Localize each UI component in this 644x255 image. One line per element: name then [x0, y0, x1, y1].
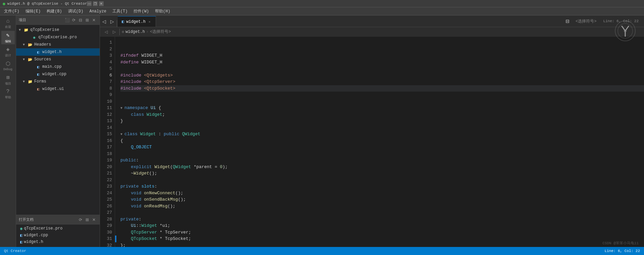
- code-line: Ui::Widget *ui;: [120, 222, 644, 229]
- sync-button[interactable]: ⟳: [71, 17, 77, 23]
- open-docs-close[interactable]: ✕: [91, 217, 97, 223]
- code-token: Widget: [154, 164, 170, 169]
- sidebar-item-help[interactable]: ? 帮助: [1, 87, 15, 101]
- help-icon: ?: [6, 89, 10, 95]
- close-panel-button[interactable]: ✕: [91, 17, 97, 23]
- breadcrumb-symbol[interactable]: <选择符号>: [150, 29, 171, 35]
- tree-item-widget-ui[interactable]: ◧ widget.ui: [16, 85, 100, 93]
- code-line: private:: [120, 216, 644, 223]
- tree-item-root[interactable]: ▼ 📁 qTcpExcerise: [16, 26, 100, 34]
- menu-build[interactable]: 构建(B): [44, 8, 65, 15]
- code-line: {: [120, 138, 644, 144]
- file-tree-header: 项目 ⬛ ⟳ ⊟ ⊞ ✕: [16, 15, 100, 25]
- menu-edit[interactable]: 编辑(E): [23, 8, 44, 15]
- minimize-button[interactable]: —: [87, 1, 92, 6]
- doc-item-pro[interactable]: ◉ qTcpExcerise.pro: [16, 225, 100, 232]
- tree-item-pro[interactable]: ◉ qTcpExcerise.pro: [16, 34, 100, 41]
- code-token: public: [164, 132, 182, 137]
- line-number: 25: [100, 196, 112, 203]
- menu-tools[interactable]: 工具(T): [110, 8, 130, 15]
- fold-arrow-icon[interactable]: ▼: [120, 106, 124, 110]
- doc-item-widget-h[interactable]: ◧ widget.h: [16, 239, 100, 245]
- code-editor[interactable]: 1234567891011121314151617181920212223242…: [100, 37, 644, 255]
- menu-controls[interactable]: 控件(W): [131, 8, 152, 15]
- menu-file[interactable]: 文件(F): [1, 8, 22, 15]
- filter-button[interactable]: ⬛: [64, 17, 70, 23]
- close-button[interactable]: ✕: [99, 1, 104, 6]
- tree-label: Forms: [34, 79, 46, 84]
- menu-bar: 文件(F) 编辑(E) 构建(B) 调试(D) Analyze 工具(T) 控件…: [0, 7, 644, 15]
- line-number: 17: [100, 144, 112, 151]
- code-line: ~Widget();: [120, 170, 644, 177]
- sidebar-item-project[interactable]: ⊞ 项目: [1, 73, 15, 87]
- code-token: [120, 223, 131, 228]
- nav-prev-button[interactable]: ◁: [103, 29, 109, 35]
- code-token: (: [170, 164, 173, 169]
- nav-back-button[interactable]: ◁: [100, 16, 108, 27]
- tree-label: Headers: [34, 42, 51, 47]
- code-token: [120, 236, 131, 241]
- design-icon: ◈: [6, 46, 10, 53]
- symbol-selector[interactable]: <选择符号>: [573, 18, 599, 25]
- code-token: {: [120, 138, 123, 143]
- folder-headers-icon: 📂: [28, 42, 33, 47]
- tree-item-sources[interactable]: ▼ 📂 Sources: [16, 56, 100, 63]
- current-line-marker: [115, 236, 116, 242]
- tree-item-main-cpp[interactable]: ◧ main.cpp: [16, 63, 100, 70]
- code-token: :: [156, 132, 164, 137]
- tab-close-button[interactable]: ✕: [148, 19, 152, 24]
- code-token: #define: [120, 60, 141, 65]
- file-ui-icon: ◧: [36, 86, 41, 92]
- menu-analyze[interactable]: Analyze: [87, 8, 109, 14]
- code-token: onNewConnect: [144, 191, 175, 196]
- fold-arrow-icon[interactable]: ▼: [120, 133, 124, 136]
- code-line: [120, 65, 644, 72]
- edit-icon: ✎: [6, 32, 10, 39]
- line-number: 12: [100, 111, 112, 118]
- nav-forward-button[interactable]: ▷: [108, 16, 116, 27]
- code-line: void onSendBackMsg();: [120, 196, 644, 203]
- menu-help[interactable]: 帮助(H): [152, 8, 173, 15]
- line-number: 29: [100, 222, 112, 229]
- open-docs-split[interactable]: ⊞: [84, 217, 90, 223]
- open-docs-toolbar: ⟳ ⊞ ✕: [77, 217, 97, 223]
- code-token: QTcpSocket: [131, 236, 157, 241]
- line-number: 11: [100, 105, 112, 111]
- code-token: explicit: [131, 164, 154, 169]
- sidebar-item-design[interactable]: ◈ 设计: [1, 45, 15, 58]
- tree-item-forms[interactable]: ▼ 📁 Forms: [16, 78, 100, 85]
- code-line: public:: [120, 157, 644, 164]
- split-editor-button[interactable]: ⊟: [564, 17, 572, 25]
- tab-widget-h[interactable]: ◧ widget.h ✕: [118, 16, 156, 27]
- collapse-all-button[interactable]: ⊟: [77, 17, 84, 23]
- open-docs-sync[interactable]: ⟳: [77, 217, 84, 223]
- sidebar-item-edit[interactable]: ✎ 编辑: [1, 31, 15, 44]
- nav-next-button[interactable]: ▷: [111, 29, 117, 35]
- menu-debug[interactable]: 调试(D): [65, 8, 86, 15]
- tree-item-widget-cpp[interactable]: ◧ widget.cpp: [16, 70, 100, 78]
- code-line: class Widget;: [120, 111, 644, 118]
- sidebar-item-debug[interactable]: ⬡ Debug: [1, 59, 15, 72]
- tree-item-widget-h[interactable]: ◧ widget.h: [16, 48, 100, 56]
- split-button[interactable]: ⊞: [84, 17, 90, 23]
- code-token: Q_OBJECT: [131, 145, 152, 150]
- code-token: ();: [175, 191, 183, 196]
- line-number: 14: [100, 124, 112, 131]
- breadcrumb-filename[interactable]: widget.h: [125, 30, 145, 34]
- doc-item-widget-cpp[interactable]: ◧ widget.cpp: [16, 232, 100, 239]
- line-number: 19: [100, 157, 112, 164]
- code-content[interactable]: #ifndef WIDGET_H#define WIDGET_H #includ…: [115, 37, 644, 255]
- title-bar-controls: — ❐ ✕: [87, 1, 104, 6]
- line-number: 9: [100, 92, 112, 98]
- code-line: #ifndef WIDGET_H: [120, 52, 644, 59]
- arrow-icon: ▼: [19, 28, 23, 32]
- code-token: *ui;: [157, 223, 170, 228]
- tree-item-headers[interactable]: ▼ 📂 Headers: [16, 41, 100, 48]
- line-number: 18: [100, 151, 112, 157]
- qt-logo: [614, 20, 636, 42]
- code-token: Widget: [133, 171, 149, 176]
- code-line: explicit Widget(QWidget *parent = 0);: [120, 164, 644, 170]
- maximize-button[interactable]: ❐: [93, 1, 98, 6]
- sidebar-item-welcome[interactable]: ⌂ 欢迎: [1, 17, 15, 30]
- file-tree-toolbar: ⬛ ⟳ ⊟ ⊞ ✕: [64, 17, 97, 23]
